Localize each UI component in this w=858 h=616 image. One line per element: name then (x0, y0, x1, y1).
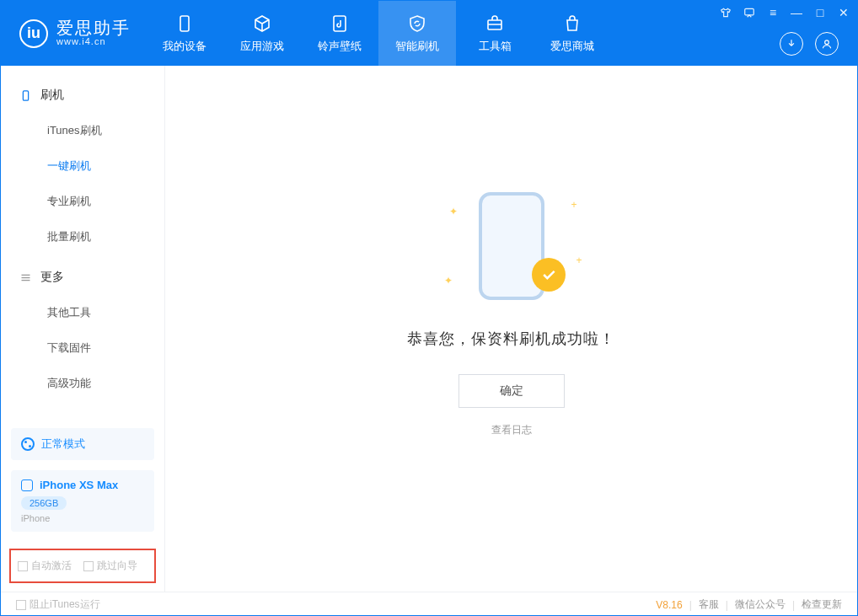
minimize-button[interactable]: — (790, 6, 803, 19)
sparkle-icon: + (571, 199, 576, 211)
list-icon (19, 271, 32, 284)
checkbox-label: 阻止iTunes运行 (29, 597, 100, 612)
download-button[interactable] (780, 32, 803, 56)
tab-flash[interactable]: 智能刷机 (378, 1, 456, 66)
svg-rect-0 (180, 16, 189, 31)
tab-store[interactable]: 爱思商城 (534, 1, 611, 66)
sparkle-icon: ✦ (449, 206, 458, 217)
mode-card[interactable]: 正常模式 (11, 428, 154, 460)
bag-icon (562, 13, 582, 34)
device-card[interactable]: iPhone XS Max 256GB iPhone (11, 470, 154, 532)
app-name: 爱思助手 (56, 19, 131, 37)
version-label: V8.16 (656, 599, 682, 611)
checkbox-label: 跳过向导 (97, 559, 137, 573)
tab-device[interactable]: 我的设备 (146, 1, 223, 66)
view-log-link[interactable]: 查看日志 (491, 423, 532, 437)
body: 刷机 iTunes刷机 一键刷机 专业刷机 批量刷机 更多 其他工具 下载固件 … (1, 66, 857, 592)
ok-button[interactable]: 确定 (458, 374, 565, 408)
device-icon (21, 479, 33, 491)
sidebar-items-more: 其他工具 下载固件 高级功能 (1, 292, 164, 410)
success-illustration: ✦ + ✦ + (444, 187, 579, 305)
sidebar-item-advanced[interactable]: 高级功能 (1, 366, 164, 401)
sidebar-items-flash: iTunes刷机 一键刷机 专业刷机 批量刷机 (1, 110, 164, 263)
sparkle-icon: ✦ (444, 275, 453, 287)
music-file-icon (330, 13, 350, 34)
shield-refresh-icon (407, 13, 427, 34)
checkbox-box (16, 600, 26, 610)
checkbox-block-itunes[interactable]: 阻止iTunes运行 (16, 597, 100, 612)
tab-label: 应用游戏 (240, 39, 284, 54)
menu-icon[interactable]: ≡ (766, 6, 780, 19)
logo-text: 爱思助手 www.i4.cn (56, 19, 131, 47)
tab-apps[interactable]: 应用游戏 (223, 1, 301, 66)
sidebar-item-batch-flash[interactable]: 批量刷机 (1, 219, 164, 254)
footer-link-wechat[interactable]: 微信公众号 (735, 597, 786, 612)
checkbox-label: 自动激活 (31, 559, 72, 573)
checkbox-skip-guide[interactable]: 跳过向导 (83, 559, 137, 573)
footer-link-update[interactable]: 检查更新 (802, 597, 842, 612)
tab-label: 铃声壁纸 (318, 39, 362, 54)
sidebar-item-other-tools[interactable]: 其他工具 (1, 295, 164, 330)
bottom-options: 自动激活 跳过向导 (9, 549, 156, 583)
app-website: www.i4.cn (56, 37, 131, 47)
sidebar-section-more: 更多 (1, 263, 164, 292)
mode-label: 正常模式 (41, 437, 85, 452)
sidebar-section-flash: 刷机 (1, 81, 164, 110)
device-storage: 256GB (21, 496, 67, 510)
tab-label: 我的设备 (163, 39, 206, 54)
checkbox-auto-activate[interactable]: 自动激活 (18, 559, 72, 573)
window-controls: ≡ — □ ✕ (719, 6, 850, 19)
svg-point-4 (825, 40, 829, 45)
logo[interactable]: iu 爱思助手 www.i4.cn (1, 1, 146, 66)
svg-rect-5 (23, 90, 28, 99)
tab-tools[interactable]: 工具箱 (456, 1, 534, 66)
account-button[interactable] (815, 32, 839, 56)
phone-outline-icon (19, 89, 32, 102)
checkbox-box (83, 561, 94, 571)
mode-icon (21, 437, 35, 451)
toolbox-icon (485, 13, 505, 34)
section-title: 刷机 (40, 88, 64, 103)
sidebar: 刷机 iTunes刷机 一键刷机 专业刷机 批量刷机 更多 其他工具 下载固件 … (1, 66, 165, 592)
maximize-button[interactable]: □ (813, 6, 827, 19)
header-actions (780, 32, 839, 56)
footer: 阻止iTunes运行 V8.16 | 客服 | 微信公众号 | 检查更新 (1, 592, 857, 616)
device-type: iPhone (21, 513, 144, 523)
feedback-icon[interactable] (743, 7, 756, 19)
success-message: 恭喜您，保资料刷机成功啦！ (407, 329, 615, 349)
sidebar-item-pro-flash[interactable]: 专业刷机 (1, 184, 164, 219)
checkbox-box (18, 561, 28, 571)
svg-rect-1 (334, 16, 346, 31)
tab-label: 爱思商城 (550, 39, 594, 54)
device-name: iPhone XS Max (40, 479, 118, 491)
phone-icon (174, 13, 195, 34)
logo-icon: iu (19, 19, 48, 48)
section-title: 更多 (40, 270, 64, 285)
cube-icon (252, 13, 272, 34)
sparkle-icon: + (576, 254, 582, 266)
svg-rect-3 (745, 8, 754, 15)
tab-rings[interactable]: 铃声壁纸 (301, 1, 378, 66)
footer-link-support[interactable]: 客服 (699, 597, 719, 612)
close-button[interactable]: ✕ (837, 6, 850, 19)
tab-label: 工具箱 (479, 39, 512, 54)
sidebar-item-onekey-flash[interactable]: 一键刷机 (1, 148, 164, 184)
header: iu 爱思助手 www.i4.cn 我的设备 应用游戏 铃声壁纸 智能刷机 工具… (1, 1, 857, 66)
shirt-icon[interactable] (719, 7, 732, 19)
sidebar-item-itunes-flash[interactable]: iTunes刷机 (1, 113, 164, 148)
checkmark-badge (532, 258, 566, 292)
tab-label: 智能刷机 (395, 39, 439, 54)
sidebar-item-download-firmware[interactable]: 下载固件 (1, 330, 164, 366)
nav-tabs: 我的设备 应用游戏 铃声壁纸 智能刷机 工具箱 爱思商城 (146, 1, 611, 66)
main-content: ✦ + ✦ + 恭喜您，保资料刷机成功啦！ 确定 查看日志 (165, 66, 857, 592)
